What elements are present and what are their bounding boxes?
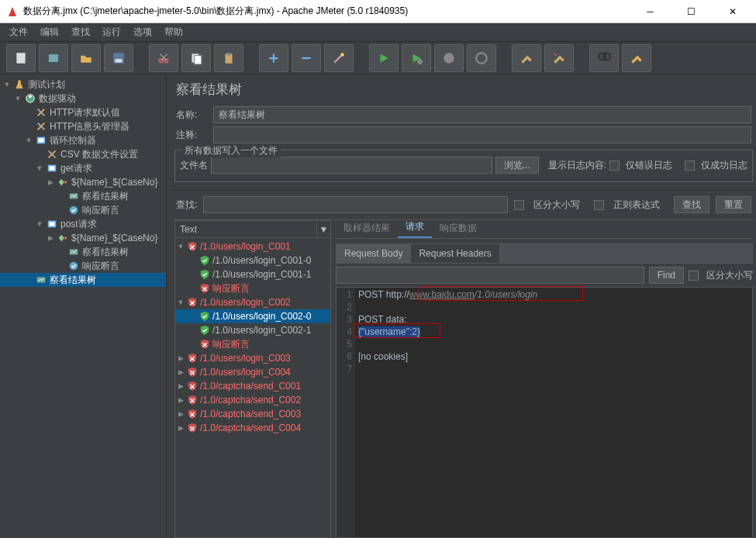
svg-rect-7	[195, 55, 202, 64]
toolbar-clear-all-button[interactable]	[544, 44, 574, 72]
toolbar-new-file-button[interactable]	[6, 44, 36, 72]
test-plan-tree[interactable]: ▼测试计划▼数据驱动HTTP请求默认值HTTP信息头管理器▼循环控制器CSV 数…	[0, 74, 167, 538]
close-button[interactable]: ✕	[715, 1, 750, 22]
result-row[interactable]: /1.0/users/login_C002-1	[175, 323, 330, 337]
tree-toggle-icon[interactable]: ▼	[25, 136, 33, 144]
result-row[interactable]: ▶/1.0/captcha/send_C004	[175, 421, 330, 435]
result-row[interactable]: ▶/1.0/captcha/send_C003	[175, 407, 330, 421]
result-row[interactable]: /1.0/users/login_C001-1	[175, 267, 330, 281]
result-row[interactable]: 响应断言	[175, 337, 330, 351]
toolbar-add-button[interactable]	[259, 44, 288, 72]
tree-node[interactable]: ▶${Name}_${CaseNo}	[0, 175, 166, 189]
tab-response-data[interactable]: 响应数据	[432, 219, 485, 238]
toolbar-clear-button[interactable]	[512, 44, 541, 72]
toolbar-remove-button[interactable]	[292, 44, 321, 72]
tree-node[interactable]: 察看结果树	[0, 189, 166, 203]
toolbar-shutdown-button[interactable]	[467, 44, 496, 72]
tree-toggle-icon[interactable]: ▼	[36, 164, 43, 172]
results-renderer[interactable]: Text	[175, 224, 316, 235]
toolbar-templates-button[interactable]	[39, 44, 68, 72]
result-toggle-icon[interactable]: ▶	[177, 410, 185, 418]
tree-node[interactable]: ▼数据驱动	[0, 91, 166, 105]
menu-file[interactable]: 文件	[3, 24, 34, 40]
tree-node[interactable]: ▼循环控制器	[0, 133, 166, 147]
request-body-viewer[interactable]: 1234567 POST http://www.baidu.com/1.0/us…	[336, 287, 753, 538]
toolbar-search-button[interactable]	[589, 44, 619, 72]
tree-toggle-icon[interactable]: ▶	[47, 178, 54, 186]
result-toggle-icon[interactable]: ▶	[177, 354, 185, 362]
renderer-dropdown-icon[interactable]: ▼	[316, 222, 330, 237]
subtab-request-headers[interactable]: Request Headers	[411, 244, 499, 263]
minimize-button[interactable]: ─	[633, 1, 668, 22]
result-row[interactable]: /1.0/users/login_C001-0	[175, 253, 330, 267]
result-toggle-icon[interactable]: ▶	[177, 368, 185, 376]
results-tree[interactable]: Text ▼ ▼/1.0/users/login_C001/1.0/users/…	[174, 220, 331, 538]
result-row[interactable]: ▶/1.0/captcha/send_C001	[175, 379, 330, 393]
tree-node[interactable]: 察看结果树	[0, 273, 166, 287]
search-input[interactable]	[203, 196, 508, 213]
result-toggle-icon[interactable]: ▼	[177, 243, 185, 250]
toolbar-stop-button[interactable]	[434, 44, 464, 72]
toolbar-cut-button[interactable]	[149, 44, 178, 72]
tree-toggle-icon[interactable]: ▼	[14, 95, 22, 102]
search-button[interactable]: 查找	[674, 196, 709, 213]
tree-toggle-icon[interactable]: ▶	[47, 234, 54, 242]
case-checkbox[interactable]	[514, 200, 524, 210]
tree-toggle-icon[interactable]: ▼	[36, 220, 43, 228]
find-input[interactable]	[336, 267, 644, 284]
errors-only-checkbox[interactable]	[609, 160, 620, 171]
remove-icon	[299, 51, 313, 65]
result-row[interactable]: ▼/1.0/users/login_C001	[175, 240, 330, 253]
toolbar-save-button[interactable]	[104, 44, 133, 72]
tree-node[interactable]: HTTP请求默认值	[0, 105, 166, 119]
tree-node[interactable]: 察看结果树	[0, 245, 166, 259]
menu-run[interactable]: 运行	[96, 24, 127, 40]
tree-node[interactable]: ▼get请求	[0, 161, 166, 175]
filename-input[interactable]	[211, 157, 492, 174]
tree-toggle-icon[interactable]: ▼	[3, 81, 11, 88]
toolbar-start-button[interactable]	[369, 44, 399, 72]
tree-node[interactable]: ▼测试计划	[0, 78, 166, 91]
result-toggle-icon[interactable]: ▶	[177, 424, 185, 432]
find-button[interactable]: Find	[649, 267, 684, 284]
toolbar-wand-button[interactable]	[324, 44, 354, 72]
find-case-checkbox[interactable]	[689, 271, 699, 281]
result-toggle-icon[interactable]: ▼	[177, 298, 185, 306]
result-toggle-icon[interactable]: ▶	[177, 396, 185, 404]
status-fail-icon	[187, 422, 198, 433]
wand-icon	[332, 51, 346, 65]
tree-node[interactable]: ▶${Name}_${CaseNo}	[0, 231, 166, 245]
tree-node[interactable]: 响应断言	[0, 203, 166, 217]
regex-checkbox[interactable]	[594, 200, 604, 210]
subtab-request-body[interactable]: Request Body	[337, 244, 411, 263]
menu-edit[interactable]: 编辑	[34, 24, 65, 40]
name-input[interactable]	[213, 106, 751, 123]
toolbar-copy-button[interactable]	[181, 44, 211, 72]
result-row[interactable]: ▶/1.0/users/login_C003	[175, 351, 330, 365]
reset-button[interactable]: 重置	[716, 196, 751, 213]
browse-button[interactable]: 浏览...	[495, 157, 539, 174]
tree-node[interactable]: 响应断言	[0, 259, 166, 273]
result-row[interactable]: /1.0/users/login_C002-0	[175, 309, 330, 323]
result-row[interactable]: ▶/1.0/users/login_C004	[175, 365, 330, 379]
toolbar-paste-button[interactable]	[214, 44, 243, 72]
tree-node[interactable]: CSV 数据文件设置	[0, 147, 166, 161]
toolbar-start-remote-button[interactable]	[402, 44, 431, 72]
result-row[interactable]: ▼/1.0/users/login_C002	[175, 295, 330, 309]
toolbar-open-button[interactable]	[71, 44, 101, 72]
result-label: /1.0/users/login_C002-0	[212, 311, 311, 322]
success-only-checkbox[interactable]	[685, 160, 695, 171]
comment-input[interactable]	[213, 126, 751, 143]
tree-node[interactable]: HTTP信息头管理器	[0, 119, 166, 133]
maximize-button[interactable]: ☐	[674, 1, 709, 22]
result-toggle-icon[interactable]: ▶	[177, 382, 185, 390]
result-row[interactable]: ▶/1.0/captcha/send_C002	[175, 393, 330, 407]
menu-help[interactable]: 帮助	[158, 24, 189, 40]
tab-sampler-result[interactable]: 取样器结果	[336, 219, 398, 238]
toolbar-fn-button[interactable]	[622, 44, 651, 72]
menu-search[interactable]: 查找	[65, 24, 96, 40]
menu-options[interactable]: 选项	[127, 24, 158, 40]
result-row[interactable]: 响应断言	[175, 281, 330, 295]
tree-node[interactable]: ▼post请求	[0, 217, 166, 231]
tab-request[interactable]: 请求	[398, 217, 432, 238]
